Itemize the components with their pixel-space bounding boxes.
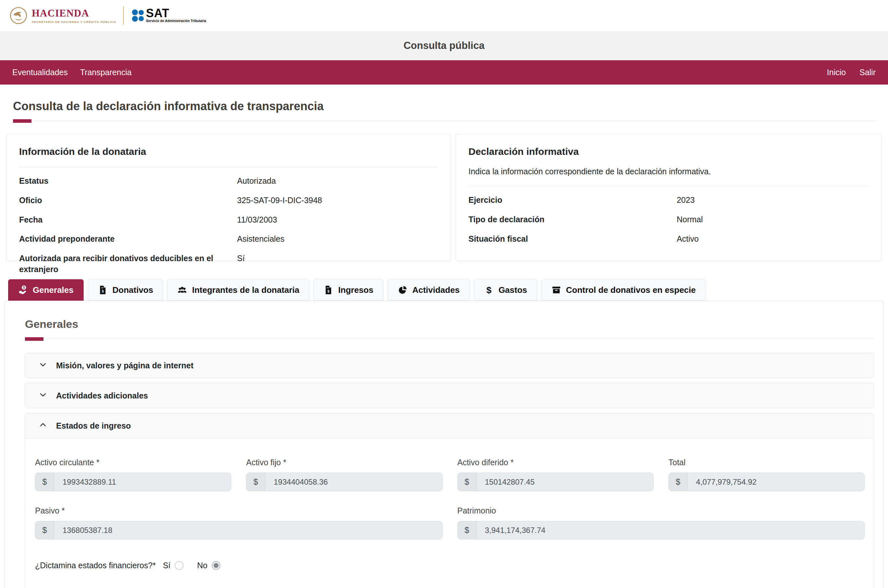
currency-prefix: $ — [35, 473, 54, 491]
hacienda-seal-icon — [10, 7, 27, 24]
nav-item-salir[interactable]: Salir — [859, 68, 876, 77]
tab-label: Integrantes de la donataria — [192, 285, 299, 295]
svg-text:$: $ — [486, 285, 491, 295]
currency-prefix: $ — [35, 521, 54, 539]
radio-si[interactable] — [175, 561, 183, 570]
tab-label: Donativos — [113, 285, 153, 295]
svg-text:$: $ — [23, 286, 25, 289]
chevron-down-icon — [39, 361, 47, 370]
info-row-estatus: Estatus Autorizada — [19, 176, 438, 187]
activo-circulante-input[interactable] — [54, 473, 231, 491]
field-pasivo: Pasivo * $ — [35, 506, 443, 539]
currency-prefix: $ — [246, 473, 265, 491]
chart-pie-icon — [398, 285, 407, 295]
tab-label: Ingresos — [338, 285, 373, 295]
generales-panel: Generales Misión, valores y página de in… — [5, 301, 883, 588]
field-activo-circulante: Activo circulante * $ — [35, 458, 231, 491]
divider — [19, 167, 438, 167]
radio-no[interactable] — [212, 561, 221, 570]
hacienda-title: HACIENDA — [32, 8, 116, 19]
accordion-mision: Misión, valores y página de internet — [25, 353, 874, 378]
activo-diferido-input[interactable] — [476, 473, 653, 491]
info-row-oficio: Oficio 325-SAT-09-I-DIC-3948 — [19, 195, 438, 206]
tab-donativos[interactable]: $ Donativos — [88, 279, 164, 301]
tab-label: Generales — [33, 285, 74, 295]
donee-info-card: Información de la donataria Estatus Auto… — [6, 134, 451, 261]
info-row-ejercicio: Ejercicio 2023 — [469, 195, 869, 206]
chevron-down-icon — [39, 391, 47, 401]
option-si: Sí — [163, 561, 183, 570]
accordion-estados-de-ingreso-header[interactable]: Estados de ingreso — [25, 413, 874, 438]
declaration-card-description: Indica la información correspondiente de… — [469, 167, 869, 176]
estados-de-ingreso-body: Activo circulante * $ Activo fijo * $ Ac… — [25, 438, 874, 588]
dollar-sign-icon: $ — [484, 285, 494, 295]
svg-text:$: $ — [102, 290, 104, 293]
file-invoice-dollar-icon: $ — [323, 285, 333, 295]
accordion-title: Actividades adicionales — [56, 391, 148, 400]
info-row-situacion-fiscal: Situación fiscal Activo — [469, 234, 869, 244]
sat-dots-icon — [131, 9, 144, 22]
currency-prefix: $ — [458, 473, 476, 491]
tab-label: Control de donativos en especie — [566, 285, 696, 295]
users-icon — [177, 285, 187, 295]
tab-control-donativos-especie[interactable]: Control de donativos en especie — [541, 279, 706, 301]
info-row-actividad: Actividad preponderante Asistenciales — [19, 234, 438, 244]
currency-prefix: $ — [458, 521, 476, 539]
total-input[interactable] — [688, 473, 864, 491]
main-navbar: Eventualidades Transparencia Inicio Sali… — [0, 60, 888, 84]
pasivo-input[interactable] — [54, 521, 442, 539]
sat-logo: SAT Servicio de Administración Tributari… — [131, 8, 206, 23]
accordion-title: Misión, valores y página de internet — [56, 361, 194, 370]
svg-text:$: $ — [328, 290, 329, 293]
nav-item-inicio[interactable]: Inicio — [827, 68, 846, 77]
box-archive-icon — [551, 285, 561, 295]
file-invoice-dollar-icon: $ — [98, 285, 108, 295]
question-label: ¿Dictamina estados financieros?* — [35, 561, 156, 570]
donee-card-title: Información de la donataria — [19, 146, 438, 157]
option-no: No — [197, 561, 221, 570]
subheader-bar: Consulta pública — [0, 31, 888, 60]
nav-item-transparencia[interactable]: Transparencia — [80, 68, 132, 77]
field-activo-diferido: Activo diferido * $ — [457, 458, 654, 491]
logo-divider — [123, 6, 124, 25]
tab-actividades[interactable]: Actividades — [388, 279, 470, 301]
subheader-title: Consulta pública — [404, 40, 485, 51]
chevron-up-icon — [39, 421, 47, 431]
hacienda-subtitle: SECRETARÍA DE HACIENDA Y CRÉDITO PÚBLICO — [32, 20, 116, 24]
info-row-fecha: Fecha 11/03/2003 — [19, 214, 438, 225]
declaration-info-card: Declaración informativa Indica la inform… — [456, 134, 882, 261]
field-activo-fijo: Activo fijo * $ — [246, 458, 442, 491]
activo-fijo-input[interactable] — [265, 473, 442, 491]
section-title: Generales — [25, 318, 874, 330]
info-row-extranjero: Autorizada para recibir donativos deduci… — [19, 253, 438, 275]
patrimonio-input[interactable] — [476, 521, 865, 539]
currency-prefix: $ — [669, 473, 688, 491]
accordion-mision-header[interactable]: Misión, valores y página de internet — [25, 353, 874, 378]
info-row-tipo-declaracion: Tipo de declaración Normal — [469, 214, 869, 225]
sat-title: SAT — [146, 8, 206, 18]
tab-gastos[interactable]: $ Gastos — [474, 279, 537, 301]
field-patrimonio: Patrimonio $ — [457, 506, 865, 539]
tab-generales[interactable]: $ Generales — [8, 279, 84, 301]
field-total: Total $ — [669, 458, 865, 491]
accordion-estados-de-ingreso: Estados de ingreso Activo circulante * $… — [25, 413, 874, 588]
nav-item-eventualidades[interactable]: Eventualidades — [12, 68, 68, 77]
page-title: Consulta de la declaración informativa d… — [13, 99, 888, 113]
declaration-card-title: Declaración informativa — [469, 146, 869, 157]
divider — [469, 186, 869, 186]
title-accent-rule — [13, 121, 875, 121]
tab-label: Actividades — [412, 285, 460, 295]
sat-subtitle: Servicio de Administración Tributaria — [146, 19, 206, 22]
accordion-actividades-adicionales-header[interactable]: Actividades adicionales — [25, 383, 874, 408]
tab-integrantes[interactable]: Integrantes de la donataria — [167, 279, 309, 301]
tab-ingresos[interactable]: $ Ingresos — [314, 279, 383, 301]
hacienda-logo: HACIENDA SECRETARÍA DE HACIENDA Y CRÉDIT… — [32, 8, 116, 24]
tab-bar: $ Generales $ Donativos — [8, 279, 888, 301]
hand-holding-dollar-icon: $ — [18, 285, 28, 295]
logo-bar: HACIENDA SECRETARÍA DE HACIENDA Y CRÉDIT… — [0, 0, 888, 31]
tab-label: Gastos — [499, 285, 527, 295]
section-accent-rule — [25, 339, 874, 339]
accordion-actividades-adicionales: Actividades adicionales — [25, 383, 874, 408]
accordion-title: Estados de ingreso — [56, 421, 131, 430]
dictamina-question-row: ¿Dictamina estados financieros?* Sí No — [35, 561, 865, 570]
